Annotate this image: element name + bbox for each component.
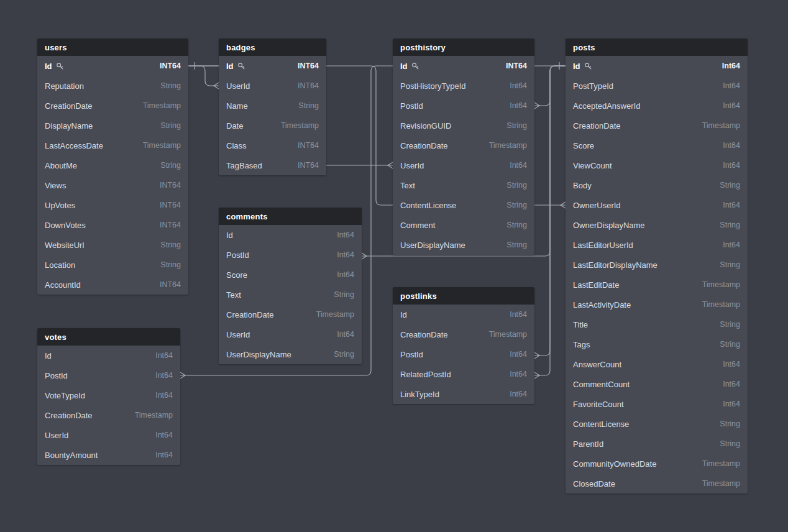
diagram-canvas[interactable]: usersIdINT64ReputationStringCreationDate…: [0, 0, 788, 532]
relation-users-Id--badges-UserId-many-marker: [214, 83, 219, 89]
field-row-badges-name[interactable]: NameString: [219, 96, 326, 116]
field-row-posts-id[interactable]: IdInt64: [566, 56, 748, 76]
field-name: CreationDate: [573, 121, 621, 131]
field-row-users-displayname[interactable]: DisplayNameString: [37, 116, 188, 135]
field-row-posts-posttypeid[interactable]: PostTypeIdInt64: [566, 76, 748, 96]
field-row-votes-userid[interactable]: UserIdInt64: [37, 425, 180, 445]
field-name: Text: [400, 181, 415, 190]
field-row-posts-lastactivitydate[interactable]: LastActivityDateTimestamp: [566, 295, 748, 314]
field-row-users-id[interactable]: IdINT64: [37, 56, 188, 76]
field-row-posts-viewcount[interactable]: ViewCountInt64: [566, 155, 748, 175]
field-row-badges-date[interactable]: DateTimestamp: [219, 116, 326, 135]
field-row-users-downvotes[interactable]: DownVotesINT64: [37, 215, 188, 235]
field-row-badges-class[interactable]: ClassINT64: [219, 135, 326, 155]
table-header-posthistory[interactable]: posthistory: [393, 39, 534, 56]
table-users[interactable]: usersIdINT64ReputationStringCreationDate…: [37, 39, 188, 295]
field-row-postlinks-postid[interactable]: PostIdInt64: [393, 344, 534, 364]
table-votes[interactable]: votesIdInt64PostIdInt64VoteTypeIdInt64Cr…: [37, 328, 180, 465]
field-row-postlinks-id[interactable]: IdInt64: [393, 305, 534, 324]
field-row-posts-ownerdisplayname[interactable]: OwnerDisplayNameString: [566, 215, 748, 235]
field-row-users-lastaccessdate[interactable]: LastAccessDateTimestamp: [37, 135, 188, 155]
field-row-posthistory-id[interactable]: IdINT64: [393, 56, 534, 76]
primary-key-icon: [584, 62, 592, 70]
field-row-users-creationdate[interactable]: CreationDateTimestamp: [37, 96, 188, 116]
table-header-posts[interactable]: posts: [566, 39, 748, 56]
field-row-posts-lasteditordisplayname[interactable]: LastEditorDisplayNameString: [566, 255, 748, 275]
table-header-postlinks[interactable]: postlinks: [393, 287, 534, 305]
field-row-posts-lasteditoruserid[interactable]: LastEditorUserIdInt64: [566, 235, 748, 255]
field-type: INT64: [160, 62, 181, 70]
field-row-users-upvotes[interactable]: UpVotesINT64: [37, 195, 188, 215]
field-row-posthistory-userid[interactable]: UserIdInt64: [393, 155, 534, 175]
field-row-comments-userid[interactable]: UserIdInt64: [219, 324, 362, 344]
field-row-posts-creationdate[interactable]: CreationDateTimestamp: [566, 116, 748, 135]
field-row-posthistory-creationdate[interactable]: CreationDateTimestamp: [393, 135, 534, 155]
field-row-posthistory-revisionguid[interactable]: RevisionGUIDString: [393, 116, 534, 135]
field-row-postlinks-linktypeid[interactable]: LinkTypeIdInt64: [393, 384, 534, 404]
table-posts[interactable]: postsIdInt64PostTypeIdInt64AcceptedAnswe…: [566, 39, 748, 493]
field-type: String: [298, 101, 319, 110]
field-row-users-accountid[interactable]: AccountIdINT64: [37, 275, 188, 295]
field-row-badges-userid[interactable]: UserIdINT64: [219, 76, 326, 96]
field-row-postlinks-creationdate[interactable]: CreationDateTimestamp: [393, 324, 534, 344]
field-row-users-reputation[interactable]: ReputationString: [37, 76, 188, 96]
field-row-comments-score[interactable]: ScoreInt64: [219, 265, 362, 285]
field-row-posthistory-posthistorytypeid[interactable]: PostHistoryTypeIdInt64: [393, 76, 534, 96]
field-row-votes-votetypeid[interactable]: VoteTypeIdInt64: [37, 385, 180, 405]
field-row-posts-commentcount[interactable]: CommentCountInt64: [566, 374, 748, 394]
field-row-users-views[interactable]: ViewsINT64: [37, 175, 188, 195]
field-row-comments-creationdate[interactable]: CreationDateTimestamp: [219, 305, 362, 324]
field-name: RelatedPostId: [400, 370, 451, 379]
table-header-users[interactable]: users: [37, 39, 188, 56]
field-row-votes-id[interactable]: IdInt64: [37, 346, 180, 365]
field-row-votes-creationdate[interactable]: CreationDateTimestamp: [37, 405, 180, 425]
field-row-users-aboutme[interactable]: AboutMeString: [37, 155, 188, 175]
field-row-posthistory-userdisplayname[interactable]: UserDisplayNameString: [393, 235, 534, 255]
primary-key-icon: [411, 62, 419, 70]
field-row-posts-favoritecount[interactable]: FavoriteCountInt64: [566, 394, 748, 414]
field-row-badges-tagbased[interactable]: TagBasedINT64: [219, 155, 326, 175]
field-row-posts-tags[interactable]: TagsString: [566, 334, 748, 354]
field-type: Int64: [155, 431, 173, 439]
field-row-posts-owneruserid[interactable]: OwnerUserIdInt64: [566, 195, 748, 215]
table-header-votes[interactable]: votes: [37, 328, 180, 346]
field-row-comments-userdisplayname[interactable]: UserDisplayNameString: [219, 344, 362, 364]
field-type: Int64: [723, 101, 740, 110]
field-row-posts-answercount[interactable]: AnswerCountInt64: [566, 354, 748, 374]
field-row-users-location[interactable]: LocationString: [37, 255, 188, 275]
relation-users-Id--badges-UserId: [188, 66, 214, 86]
table-postlinks[interactable]: postlinksIdInt64CreationDateTimestampPos…: [393, 287, 534, 404]
field-row-posthistory-text[interactable]: TextString: [393, 175, 534, 195]
field-row-posts-contentlicense[interactable]: ContentLicenseString: [566, 414, 748, 434]
field-row-posts-body[interactable]: BodyString: [566, 175, 748, 195]
field-row-users-websiteurl[interactable]: WebsiteUrlString: [37, 235, 188, 255]
table-comments[interactable]: commentsIdInt64PostIdInt64ScoreInt64Text…: [219, 208, 362, 364]
field-row-posts-communityowneddate[interactable]: CommunityOwnedDateTimestamp: [566, 454, 748, 474]
field-row-posts-score[interactable]: ScoreInt64: [566, 135, 748, 155]
field-name: UserDisplayName: [400, 241, 465, 250]
field-type: Int64: [510, 370, 527, 378]
field-row-posts-title[interactable]: TitleString: [566, 314, 748, 334]
table-badges[interactable]: badgesIdINT64UserIdINT64NameStringDateTi…: [219, 39, 326, 175]
field-row-posthistory-contentlicense[interactable]: ContentLicenseString: [393, 195, 534, 215]
field-row-comments-id[interactable]: IdInt64: [219, 225, 362, 245]
field-name: LastEditorDisplayName: [573, 260, 657, 270]
field-row-postlinks-relatedpostid[interactable]: RelatedPostIdInt64: [393, 364, 534, 384]
field-row-posts-lasteditdate[interactable]: LastEditDateTimestamp: [566, 275, 748, 295]
field-row-badges-id[interactable]: IdINT64: [219, 56, 326, 76]
field-row-posthistory-comment[interactable]: CommentString: [393, 215, 534, 235]
field-name: ViewCount: [573, 161, 612, 170]
field-row-posts-acceptedanswerid[interactable]: AcceptedAnswerIdInt64: [566, 96, 748, 116]
field-row-posts-parentid[interactable]: ParentIdString: [566, 434, 748, 454]
field-row-votes-bountyamount[interactable]: BountyAmountInt64: [37, 445, 180, 465]
field-name: DownVotes: [45, 221, 86, 230]
table-header-comments[interactable]: comments: [219, 208, 362, 225]
field-row-posts-closeddate[interactable]: ClosedDateTimestamp: [566, 474, 748, 493]
table-posthistory[interactable]: posthistoryIdINT64PostHistoryTypeIdInt64…: [393, 39, 534, 255]
field-type: INT64: [160, 181, 181, 190]
field-row-comments-postid[interactable]: PostIdInt64: [219, 245, 362, 265]
field-row-votes-postid[interactable]: PostIdInt64: [37, 365, 180, 385]
field-row-posthistory-postid[interactable]: PostIdInt64: [393, 96, 534, 116]
table-header-badges[interactable]: badges: [219, 39, 326, 56]
field-row-comments-text[interactable]: TextString: [219, 285, 362, 305]
